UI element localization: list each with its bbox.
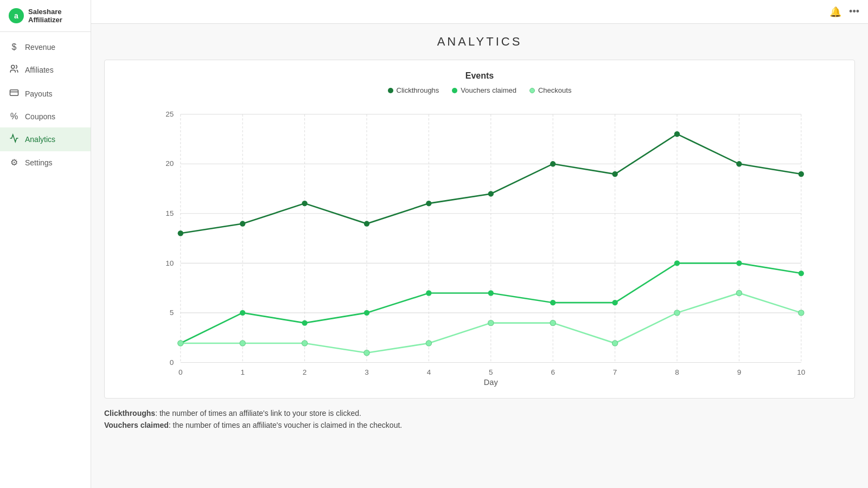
legend-checkouts: Checkouts — [529, 86, 571, 94]
svg-text:2: 2 — [303, 368, 307, 376]
vc-dot-5 — [488, 290, 494, 296]
ct-dot-7 — [612, 171, 617, 177]
vc-dot-9 — [736, 260, 742, 266]
ct-dot-6 — [550, 161, 556, 166]
sidebar-label-settings: Settings — [25, 158, 53, 167]
svg-text:0: 0 — [170, 358, 174, 367]
chart-legend: Clickthroughs Vouchers claimed Checkouts — [116, 86, 844, 94]
sidebar: a Saleshare Affiliatizer $ Revenue Affil… — [0, 0, 91, 488]
svg-text:15: 15 — [165, 209, 174, 217]
sidebar-item-settings[interactable]: ⚙ Settings — [0, 151, 91, 174]
legend-dot-checkouts — [529, 88, 535, 93]
ct-dot-3 — [364, 221, 369, 226]
co-dot-7 — [612, 341, 617, 346]
co-dot-6 — [550, 320, 556, 325]
payouts-icon — [9, 88, 20, 100]
description-vouchers: Vouchers claimed: the number of times an… — [104, 419, 855, 431]
svg-text:3: 3 — [365, 368, 369, 376]
legend-label-vouchers: Vouchers claimed — [461, 86, 516, 94]
legend-dot-clickthroughs — [388, 88, 393, 93]
svg-rect-1 — [10, 90, 18, 96]
descriptions-section: Clickthroughs: the number of times an af… — [104, 399, 855, 432]
chart-title: Events — [116, 71, 844, 81]
sidebar-label-affiliates: Affiliates — [25, 66, 54, 74]
ct-dot-1 — [240, 221, 245, 226]
page-body: ANALYTICS Events Clickthroughs Vouchers … — [91, 24, 868, 442]
vc-dot-7 — [612, 300, 617, 305]
main-content: 🔔 ••• ANALYTICS Events Clickthroughs Vou… — [91, 0, 868, 488]
svg-text:9: 9 — [737, 368, 742, 376]
svg-text:25: 25 — [165, 110, 174, 118]
svg-text:20: 20 — [165, 159, 174, 168]
legend-label-clickthroughs: Clickthroughs — [397, 86, 439, 94]
events-chart: 25 20 15 10 5 0 0 1 2 3 4 5 6 7 8 9 — [116, 103, 844, 385]
legend-label-checkouts: Checkouts — [538, 86, 571, 94]
ct-dot-8 — [674, 131, 680, 137]
sidebar-header: a Saleshare Affiliatizer — [0, 0, 91, 32]
co-dot-10 — [799, 310, 804, 316]
svg-text:0: 0 — [178, 368, 183, 376]
nav-menu: $ Revenue Affiliates Payouts % Coupons A… — [0, 32, 91, 178]
sidebar-item-coupons[interactable]: % Coupons — [0, 106, 91, 127]
topbar: 🔔 ••• — [91, 0, 868, 24]
co-dot-9 — [736, 290, 742, 296]
svg-text:10: 10 — [797, 368, 805, 376]
svg-text:8: 8 — [675, 368, 679, 376]
ct-dot-10 — [799, 171, 804, 177]
sidebar-label-revenue: Revenue — [25, 43, 55, 52]
app-title: Saleshare Affiliatizer — [28, 8, 82, 24]
ct-dot-5 — [488, 191, 494, 196]
dollar-icon: $ — [9, 42, 20, 52]
chart-card: Events Clickthroughs Vouchers claimed Ch… — [104, 60, 855, 399]
vc-dot-1 — [240, 310, 245, 316]
legend-dot-vouchers — [452, 88, 457, 93]
percent-icon: % — [9, 112, 20, 121]
ct-dot-0 — [178, 230, 183, 236]
co-dot-4 — [426, 341, 431, 346]
sidebar-label-analytics: Analytics — [25, 135, 55, 144]
svg-text:6: 6 — [551, 368, 555, 376]
svg-point-0 — [11, 65, 15, 68]
desc-term-clickthroughs: Clickthroughs — [104, 409, 155, 418]
desc-text-vouchers: : the number of times an affiliate's vou… — [169, 421, 402, 429]
people-icon — [9, 64, 20, 76]
sidebar-item-analytics[interactable]: Analytics — [0, 127, 91, 151]
svg-text:5: 5 — [170, 309, 174, 317]
desc-text-clickthroughs: : the number of times an affiliate's lin… — [155, 409, 361, 418]
sidebar-item-payouts[interactable]: Payouts — [0, 82, 91, 106]
desc-term-vouchers: Vouchers claimed — [104, 421, 169, 429]
page-title: ANALYTICS — [104, 35, 855, 49]
legend-clickthroughs: Clickthroughs — [388, 86, 439, 94]
co-dot-2 — [302, 341, 307, 346]
vc-dot-3 — [364, 310, 369, 316]
co-dot-8 — [674, 310, 680, 316]
ct-dot-2 — [302, 201, 307, 206]
app-logo: a — [9, 8, 24, 23]
svg-text:5: 5 — [489, 368, 493, 376]
legend-vouchers: Vouchers claimed — [452, 86, 516, 94]
more-icon[interactable]: ••• — [849, 6, 859, 17]
description-clickthroughs: Clickthroughs: the number of times an af… — [104, 407, 855, 419]
svg-text:Day: Day — [484, 378, 499, 387]
svg-text:4: 4 — [427, 368, 431, 376]
sidebar-label-payouts: Payouts — [25, 89, 53, 98]
vc-dot-10 — [799, 271, 804, 276]
sidebar-item-affiliates[interactable]: Affiliates — [0, 58, 91, 82]
vc-dot-4 — [426, 290, 431, 296]
co-dot-0 — [178, 341, 183, 346]
vc-dot-6 — [550, 300, 556, 305]
ct-dot-4 — [426, 201, 431, 206]
chart-container: 25 20 15 10 5 0 0 1 2 3 4 5 6 7 8 9 — [116, 103, 844, 387]
svg-text:10: 10 — [165, 259, 174, 267]
sidebar-label-coupons: Coupons — [25, 112, 55, 121]
ct-dot-9 — [736, 161, 742, 166]
co-dot-1 — [240, 341, 245, 346]
co-dot-3 — [364, 350, 369, 356]
svg-text:7: 7 — [613, 368, 617, 376]
analytics-icon — [9, 133, 20, 145]
vc-dot-8 — [674, 260, 680, 266]
settings-icon: ⚙ — [9, 157, 20, 168]
bell-icon[interactable]: 🔔 — [829, 6, 841, 18]
vc-dot-2 — [302, 320, 307, 325]
sidebar-item-revenue[interactable]: $ Revenue — [0, 36, 91, 58]
